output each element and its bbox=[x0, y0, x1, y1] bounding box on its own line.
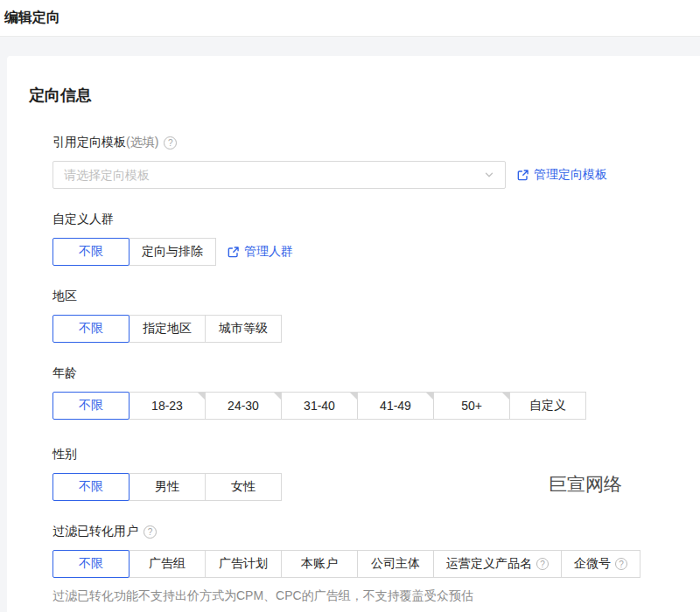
template-label-row: 引用定向模板 (选填) bbox=[52, 135, 682, 150]
filter-option-wecom-label: 企微号 bbox=[574, 556, 611, 572]
age-section: 年龄 不限 18-23 24-30 31-40 41-49 50+ 自定义 bbox=[52, 365, 682, 420]
template-control-row: 管理定向模板 bbox=[52, 161, 682, 189]
filter-option-ad-group[interactable]: 广告组 bbox=[129, 550, 206, 578]
manage-audience-link[interactable]: 管理人群 bbox=[227, 244, 293, 260]
age-option-custom[interactable]: 自定义 bbox=[509, 392, 586, 420]
manage-audience-link-label: 管理人群 bbox=[244, 244, 293, 260]
targeting-form: 引用定向模板 (选填) bbox=[52, 135, 682, 604]
age-option-unlimited[interactable]: 不限 bbox=[52, 392, 130, 420]
wecom-help-icon[interactable] bbox=[615, 558, 627, 570]
audience-label-row: 自定义人群 bbox=[52, 212, 682, 227]
region-label-row: 地区 bbox=[52, 289, 682, 304]
gender-label-row: 性别 bbox=[52, 447, 682, 462]
chevron-down-icon bbox=[484, 170, 494, 180]
filter-option-this-account[interactable]: 本账户 bbox=[281, 550, 358, 578]
region-option-city-tier[interactable]: 城市等级 bbox=[205, 315, 282, 343]
page-background: 定向信息 引用定向模板 (选填) bbox=[0, 37, 700, 612]
template-select-input[interactable] bbox=[64, 168, 484, 182]
filter-help-icon[interactable] bbox=[144, 525, 157, 539]
audience-option-include-exclude[interactable]: 定向与排除 bbox=[129, 238, 216, 266]
age-option-41-49[interactable]: 41-49 bbox=[357, 392, 434, 420]
region-section: 地区 不限 指定地区 城市等级 bbox=[52, 289, 682, 343]
template-help-icon[interactable] bbox=[164, 136, 177, 150]
filter-converted-section: 过滤已转化用户 不限 广告组 广告计划 本账户 公司主体 运营定义产品名 企微号 bbox=[52, 524, 682, 604]
audience-section: 自定义人群 不限 定向与排除 管理人群 bbox=[52, 212, 682, 266]
filter-label-row: 过滤已转化用户 bbox=[52, 524, 682, 539]
audience-control-row: 不限 定向与排除 管理人群 bbox=[52, 238, 682, 266]
gender-option-unlimited[interactable]: 不限 bbox=[52, 473, 130, 501]
card-heading: 定向信息 bbox=[29, 85, 682, 106]
age-button-group: 不限 18-23 24-30 31-40 41-49 50+ 自定义 bbox=[52, 392, 682, 420]
manage-template-link-label: 管理定向模板 bbox=[534, 167, 607, 183]
region-button-group: 不限 指定地区 城市等级 bbox=[52, 315, 682, 343]
age-label-row: 年龄 bbox=[52, 365, 682, 381]
filter-label: 过滤已转化用户 bbox=[52, 524, 138, 539]
template-label-optional: (选填) bbox=[126, 135, 158, 150]
filter-option-ops-product-name[interactable]: 运营定义产品名 bbox=[433, 550, 562, 578]
age-option-31-40[interactable]: 31-40 bbox=[281, 392, 358, 420]
external-link-icon bbox=[516, 169, 529, 182]
filter-button-group: 不限 广告组 广告计划 本账户 公司主体 运营定义产品名 企微号 bbox=[52, 550, 682, 578]
region-option-unlimited[interactable]: 不限 bbox=[52, 315, 130, 343]
audience-option-unlimited[interactable]: 不限 bbox=[52, 238, 130, 266]
page-title: 编辑定向 bbox=[4, 9, 60, 27]
gender-section: 性别 不限 男性 女性 bbox=[52, 447, 682, 501]
page-header: 编辑定向 bbox=[0, 0, 700, 37]
age-option-18-23[interactable]: 18-23 bbox=[129, 392, 206, 420]
filter-option-wecom[interactable]: 企微号 bbox=[561, 550, 640, 578]
gender-option-male[interactable]: 男性 bbox=[129, 473, 206, 501]
ops-product-help-icon[interactable] bbox=[536, 558, 549, 570]
template-label: 引用定向模板 bbox=[52, 135, 126, 150]
template-section: 引用定向模板 (选填) bbox=[52, 135, 682, 189]
audience-label: 自定义人群 bbox=[52, 212, 114, 227]
external-link-icon bbox=[227, 246, 240, 259]
template-select[interactable] bbox=[52, 161, 506, 189]
filter-option-ad-plan[interactable]: 广告计划 bbox=[205, 550, 282, 578]
filter-option-company-entity[interactable]: 公司主体 bbox=[357, 550, 434, 578]
audience-button-group: 不限 定向与排除 bbox=[52, 238, 216, 266]
age-option-24-30[interactable]: 24-30 bbox=[205, 392, 282, 420]
region-label: 地区 bbox=[52, 289, 77, 304]
gender-option-female[interactable]: 女性 bbox=[205, 473, 282, 501]
targeting-card: 定向信息 引用定向模板 (选填) bbox=[7, 56, 700, 612]
filter-note: 过滤已转化功能不支持出价方式为CPM、CPC的广告组，不支持覆盖受众预估 bbox=[52, 588, 682, 604]
region-option-specified[interactable]: 指定地区 bbox=[129, 315, 206, 343]
age-option-50plus[interactable]: 50+ bbox=[433, 392, 510, 420]
manage-template-link[interactable]: 管理定向模板 bbox=[516, 167, 607, 183]
age-label: 年龄 bbox=[52, 365, 77, 381]
gender-label: 性别 bbox=[52, 447, 77, 462]
gender-button-group: 不限 男性 女性 bbox=[52, 473, 682, 501]
filter-option-unlimited[interactable]: 不限 bbox=[52, 550, 130, 578]
filter-option-ops-product-name-label: 运营定义产品名 bbox=[446, 556, 532, 572]
